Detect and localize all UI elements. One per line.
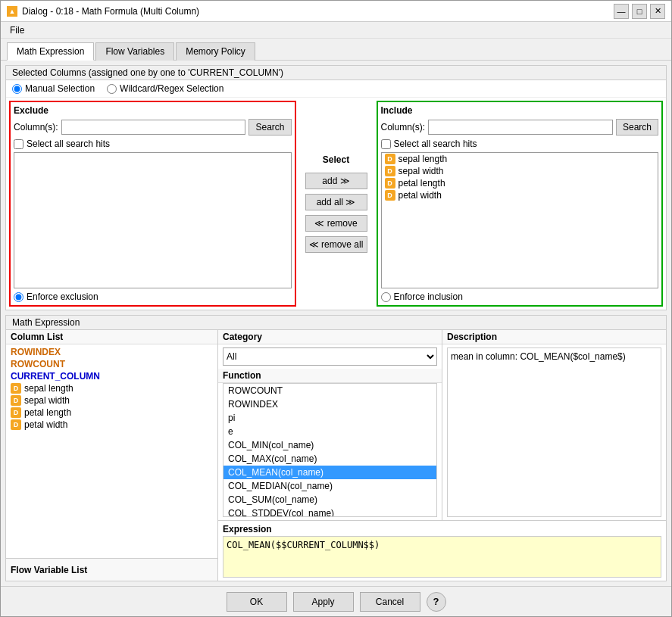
- columns-area: Exclude Column(s): Search Select all sea…: [6, 98, 666, 310]
- help-button[interactable]: ?: [427, 592, 446, 612]
- description-text: mean in column: COL_MEAN($col_name$): [447, 347, 661, 517]
- add-button[interactable]: add ≫: [305, 173, 367, 189]
- include-list[interactable]: Dsepal lengthDsepal widthDpetal lengthDp…: [381, 152, 659, 288]
- function-list-item[interactable]: ROWCOUNT: [223, 384, 436, 397]
- d-type-icon: D: [385, 166, 395, 176]
- menu-file[interactable]: File: [4, 23, 30, 37]
- cancel-button[interactable]: Cancel: [360, 592, 420, 612]
- include-list-item[interactable]: Dsepal width: [382, 165, 658, 177]
- include-search-hits-label: Select all search hits: [394, 139, 477, 149]
- remove-button[interactable]: ≪ remove: [305, 215, 367, 232]
- include-box: Include Column(s): Search Select all sea…: [377, 101, 664, 307]
- exclude-column-input[interactable]: [61, 120, 246, 135]
- top-panel: Selected Columns (assigned one by one to…: [5, 65, 667, 310]
- manual-selection-radio-group: Manual Selection: [12, 83, 95, 94]
- include-item-label: petal width: [399, 190, 442, 201]
- tab-flow-variables[interactable]: Flow Variables: [95, 42, 174, 61]
- function-list-item[interactable]: COL_MEDIAN(col_name): [223, 479, 436, 493]
- column-list-item[interactable]: CURRENT_COLUMN: [8, 370, 216, 382]
- category-select[interactable]: AllMathStatisticsStringDate: [223, 347, 437, 366]
- include-title: Include: [381, 105, 659, 116]
- minimize-button[interactable]: —: [614, 4, 629, 19]
- include-list-item[interactable]: Dpetal width: [382, 189, 658, 201]
- enforce-exclusion-label: Enforce exclusion: [27, 291, 98, 302]
- function-list-item[interactable]: COL_MEAN(col_name): [223, 466, 436, 479]
- manual-selection-radio[interactable]: [12, 84, 22, 94]
- menu-bar: File: [1, 22, 671, 39]
- expression-area: Expression COL_MEAN($$CURRENT_COLUMN$$): [218, 520, 666, 581]
- column-list-item[interactable]: ROWCOUNT: [8, 358, 216, 370]
- exclude-search-hits-checkbox[interactable]: [14, 139, 23, 149]
- column-list-item[interactable]: Dpetal width: [8, 419, 216, 431]
- add-all-button[interactable]: add all ≫: [305, 194, 367, 210]
- enforce-exclusion-radio[interactable]: [14, 292, 23, 302]
- expression-input[interactable]: COL_MEAN($$CURRENT_COLUMN$$): [223, 536, 661, 578]
- include-search-button[interactable]: Search: [616, 119, 658, 136]
- select-title: Select: [323, 154, 349, 165]
- category-function-panel: Category AllMathStatisticsStringDate Fun…: [218, 330, 442, 520]
- exclude-column-label: Column(s):: [14, 122, 58, 132]
- function-list-item[interactable]: COL_STDDEV(col_name): [223, 506, 436, 517]
- category-header: Category: [218, 330, 442, 344]
- window-title: Dialog - 0:18 - Math Formula (Multi Colu…: [22, 6, 199, 17]
- bottom-panel: Math Expression Column List ROWINDEXROWC…: [5, 315, 667, 581]
- category-function-area: Category AllMathStatisticsStringDate Fun…: [218, 330, 666, 520]
- maximize-button[interactable]: □: [632, 4, 647, 19]
- column-list-item[interactable]: ROWINDEX: [8, 346, 216, 358]
- exclude-title: Exclude: [14, 105, 292, 116]
- expression-label: Expression: [223, 524, 661, 534]
- manual-selection-label: Manual Selection: [25, 83, 95, 94]
- top-panel-header: Selected Columns (assigned one by one to…: [6, 66, 666, 80]
- function-list-item[interactable]: COL_MAX(col_name): [223, 452, 436, 466]
- include-search-row: Column(s): Search: [381, 119, 659, 136]
- function-list[interactable]: ROWCOUNTROWINDEXpieCOL_MIN(col_name)COL_…: [223, 383, 437, 517]
- wildcard-selection-radio-group: Wildcard/Regex Selection: [107, 83, 223, 94]
- function-list-item[interactable]: e: [223, 425, 436, 438]
- tabs-bar: Math Expression Flow Variables Memory Po…: [1, 39, 671, 61]
- exclude-search-hits-row: Select all search hits: [14, 139, 292, 149]
- column-list-item[interactable]: Dsepal width: [8, 394, 216, 407]
- title-bar: ▲ Dialog - 0:18 - Math Formula (Multi Co…: [1, 1, 671, 22]
- ok-button[interactable]: OK: [227, 592, 287, 612]
- column-list-header: Column List: [6, 330, 217, 344]
- column-item-label: sepal length: [24, 383, 73, 394]
- main-window: ▲ Dialog - 0:18 - Math Formula (Multi Co…: [0, 0, 672, 617]
- include-list-item[interactable]: Dsepal length: [382, 153, 658, 165]
- function-list-item[interactable]: COL_SUM(col_name): [223, 493, 436, 506]
- exclude-box: Exclude Column(s): Search Select all sea…: [9, 101, 296, 307]
- footer-bar: OK Apply Cancel ?: [1, 586, 671, 616]
- bottom-panel-header: Math Expression: [6, 316, 666, 330]
- exclude-search-button[interactable]: Search: [248, 119, 291, 136]
- function-list-item[interactable]: ROWINDEX: [223, 397, 436, 411]
- include-list-item[interactable]: Dpetal length: [382, 177, 658, 189]
- window-icon: ▲: [7, 6, 17, 17]
- description-panel: Description mean in column: COL_MEAN($co…: [442, 330, 666, 520]
- apply-button[interactable]: Apply: [293, 592, 354, 612]
- function-list-item[interactable]: pi: [223, 411, 436, 425]
- tab-math-expression[interactable]: Math Expression: [7, 42, 94, 61]
- function-header: Function: [218, 369, 442, 383]
- close-button[interactable]: ✕: [650, 4, 665, 19]
- d-type-icon: D: [385, 190, 395, 201]
- d-col-icon: D: [11, 419, 21, 430]
- include-search-hits-checkbox[interactable]: [381, 139, 391, 149]
- function-list-item[interactable]: COL_MIN(col_name): [223, 438, 436, 452]
- include-column-input[interactable]: [428, 120, 613, 135]
- right-panel: Category AllMathStatisticsStringDate Fun…: [218, 330, 666, 581]
- exclude-list[interactable]: [14, 152, 292, 288]
- content-area: Selected Columns (assigned one by one to…: [1, 61, 671, 586]
- enforce-inclusion-radio[interactable]: [381, 292, 391, 302]
- column-list-item[interactable]: Dsepal length: [8, 382, 216, 394]
- wildcard-selection-label: Wildcard/Regex Selection: [120, 83, 223, 94]
- include-column-label: Column(s):: [381, 122, 426, 132]
- exclude-search-hits-label: Select all search hits: [27, 139, 110, 149]
- bottom-inner: Column List ROWINDEXROWCOUNTCURRENT_COLU…: [6, 330, 666, 581]
- wildcard-selection-radio[interactable]: [107, 84, 117, 94]
- column-list-item[interactable]: Dpetal length: [8, 407, 216, 419]
- tab-memory-policy[interactable]: Memory Policy: [176, 42, 255, 61]
- remove-all-button[interactable]: ≪ remove all: [305, 236, 367, 253]
- include-item-label: sepal width: [399, 166, 444, 176]
- column-list-items[interactable]: ROWINDEXROWCOUNTCURRENT_COLUMNDsepal len…: [6, 344, 217, 558]
- select-middle: Select add ≫ add all ≫ ≪ remove ≪ remove…: [299, 101, 374, 307]
- column-item-label: ROWCOUNT: [11, 359, 65, 369]
